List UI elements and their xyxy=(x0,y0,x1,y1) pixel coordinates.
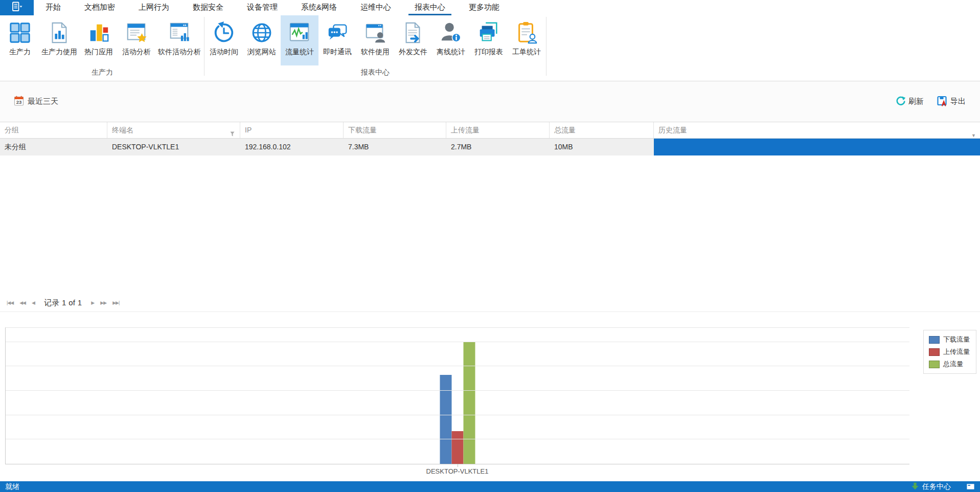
column-header-历史流量[interactable]: 历史流量▼ xyxy=(654,122,980,138)
filter-toolbar: 23 最近三天 刷新 导出 xyxy=(0,81,980,122)
task-center-button[interactable]: 任务中心 xyxy=(911,482,951,492)
history-traffic-bar[interactable] xyxy=(654,139,980,155)
tab-设备管理[interactable]: 设备管理 xyxy=(241,0,284,15)
tab-文档加密[interactable]: 文档加密 xyxy=(78,0,121,15)
export-icon xyxy=(937,96,948,108)
column-header-上传流量[interactable]: 上传流量 xyxy=(446,122,550,138)
svg-text:23: 23 xyxy=(16,99,22,104)
gridline xyxy=(6,390,909,391)
table-header: 分组终端名IP下载流量上传流量总流量历史流量▼ xyxy=(0,122,980,139)
column-header-下载流量[interactable]: 下载流量 xyxy=(344,122,446,138)
date-range-selector[interactable]: 23 最近三天 xyxy=(14,96,58,108)
ribbon-item-软件使用[interactable]: 软件使用 xyxy=(356,15,394,65)
cell-总流量: 10MB xyxy=(550,139,654,155)
tab-数据安全[interactable]: 数据安全 xyxy=(187,0,230,15)
ribbon-item-生产力[interactable]: 生产力 xyxy=(1,15,39,65)
ribbon-item-生产力使用[interactable]: 生产力使用 xyxy=(39,15,80,65)
ribbon-item-离线统计[interactable]: 离线统计 xyxy=(432,15,470,65)
table-row[interactable]: 未分组DESKTOP-VLKTLE1192.168.0.1027.3MB2.7M… xyxy=(0,139,980,155)
refresh-icon xyxy=(896,96,906,107)
ribbon-item-label: 流量统计 xyxy=(285,48,314,57)
next-page-icon[interactable]: ▶ xyxy=(89,299,96,307)
table-body: 未分组DESKTOP-VLKTLE1192.168.0.1027.3MB2.7M… xyxy=(0,139,980,155)
gridline xyxy=(6,415,909,415)
bar-下载流量 xyxy=(440,375,452,464)
ribbon-item-工单统计[interactable]: 工单统计 xyxy=(508,15,545,65)
tab-系统&网络[interactable]: 系统&网络 xyxy=(295,0,343,15)
gridline xyxy=(6,366,909,366)
chart-plot xyxy=(5,327,909,464)
legend-swatch xyxy=(929,361,940,368)
app-menu-button[interactable] xyxy=(0,0,34,15)
record-count-text: 记录 1 of 1 xyxy=(44,298,82,308)
ribbon-item-热门应用[interactable]: 热门应用 xyxy=(80,15,118,65)
hot-apps-bars-icon xyxy=(87,18,110,48)
cell-分组: 未分组 xyxy=(0,139,107,155)
column-header-终端名[interactable]: 终端名 xyxy=(107,122,240,138)
fast-next-icon[interactable]: ▶▶ xyxy=(98,299,108,307)
ribbon-item-label: 软件使用 xyxy=(361,48,390,57)
fast-prev-icon[interactable]: ◀◀ xyxy=(17,299,28,307)
legend-label: 总流量 xyxy=(943,360,963,369)
traffic-chart: DESKTOP-VLKTLE1 下载流量上传流量总流量 xyxy=(0,312,980,481)
tab-bar-tabs: 开始文档加密上网行为数据安全设备管理系统&网络运维中心报表中心更多功能 xyxy=(34,0,511,15)
gridline xyxy=(6,439,909,439)
legend-swatch xyxy=(929,348,940,356)
ribbon-item-浏览网站[interactable]: 浏览网站 xyxy=(243,15,281,65)
ribbon-item-外发文件[interactable]: 外发文件 xyxy=(394,15,432,65)
tab-运维中心[interactable]: 运维中心 xyxy=(354,0,397,15)
ribbon-item-活动分析[interactable]: 活动分析 xyxy=(118,15,155,65)
ribbon-item-活动时间[interactable]: 活动时间 xyxy=(205,15,243,65)
ribbon-group-separator xyxy=(204,17,204,76)
tab-更多功能[interactable]: 更多功能 xyxy=(463,0,506,15)
doc-arrow-icon xyxy=(401,18,425,48)
grid-icon xyxy=(8,18,32,48)
bar-总流量 xyxy=(464,342,475,464)
tab-bar: 开始文档加密上网行为数据安全设备管理系统&网络运维中心报表中心更多功能 xyxy=(0,0,980,15)
ribbon-group-separator xyxy=(546,17,546,76)
column-header-分组[interactable]: 分组 xyxy=(0,122,107,138)
ribbon-item-label: 活动分析 xyxy=(122,48,151,57)
first-page-icon[interactable]: |◀◀ xyxy=(5,299,15,307)
ribbon-group-label: 报表中心 xyxy=(205,65,545,81)
clock-history-icon xyxy=(212,18,236,48)
cell-IP: 192.168.0.102 xyxy=(240,139,344,155)
legend-item-下载流量: 下载流量 xyxy=(929,335,970,344)
cell-终端名: DESKTOP-VLKTLE1 xyxy=(107,139,240,155)
x-axis-tick xyxy=(458,464,458,467)
last-page-icon[interactable]: ▶▶| xyxy=(110,299,121,307)
ribbon-item-label: 生产力 xyxy=(9,48,31,57)
ribbon-item-打印报表[interactable]: 打印报表 xyxy=(470,15,508,65)
ribbon-item-label: 打印报表 xyxy=(474,48,503,57)
ribbon-item-label: 工单统计 xyxy=(512,48,541,57)
ribbon-item-label: 软件活动分析 xyxy=(158,48,201,57)
gridline xyxy=(6,342,909,342)
export-button[interactable]: 导出 xyxy=(937,96,966,108)
ribbon-group-报表中心: 活动时间浏览网站流量统计即时通讯软件使用外发文件离线统计打印报表工单统计报表中心 xyxy=(205,15,545,81)
prev-page-icon[interactable]: ◀ xyxy=(30,299,37,307)
ribbon-item-软件活动分析[interactable]: 软件活动分析 xyxy=(155,15,203,65)
window-icon[interactable] xyxy=(966,483,975,490)
ribbon-item-流量统计[interactable]: 流量统计 xyxy=(281,15,318,65)
doc-chart-icon xyxy=(48,18,71,48)
ribbon-item-label: 活动时间 xyxy=(210,48,238,57)
refresh-button[interactable]: 刷新 xyxy=(896,96,924,107)
ribbon-item-label: 离线统计 xyxy=(437,48,465,57)
window-user-icon xyxy=(363,18,387,48)
column-header-总流量[interactable]: 总流量 xyxy=(550,122,654,138)
tab-开始[interactable]: 开始 xyxy=(39,0,67,15)
legend-swatch xyxy=(929,336,940,344)
tab-报表中心[interactable]: 报表中心 xyxy=(408,0,451,15)
ribbon-item-label: 即时通讯 xyxy=(323,48,352,57)
column-header-IP[interactable]: IP xyxy=(240,122,344,138)
user-info-icon xyxy=(439,18,463,48)
filter-icon[interactable] xyxy=(230,127,235,143)
printer-icon xyxy=(477,18,500,48)
legend-item-总流量: 总流量 xyxy=(929,360,970,369)
status-text: 就绪 xyxy=(5,482,19,491)
table-empty-area xyxy=(0,155,980,294)
ribbon-item-label: 热门应用 xyxy=(84,48,113,57)
legend-label: 上传流量 xyxy=(943,347,970,356)
tab-上网行为[interactable]: 上网行为 xyxy=(132,0,175,15)
ribbon-item-即时通讯[interactable]: 即时通讯 xyxy=(318,15,356,65)
